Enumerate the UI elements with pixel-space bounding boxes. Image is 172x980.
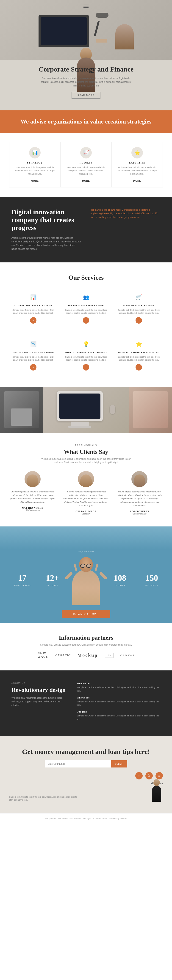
projects-number: 150 <box>145 573 158 583</box>
stats-person-area: 17 AWARDS WON 12+ XP YEARS 108 CLIENTS 1… <box>0 555 172 605</box>
testimonial-text-1: Vitae suscipit tellus mauris a diam maec… <box>9 490 56 504</box>
glasses <box>80 564 92 568</box>
testimonial-role-1: Chief Accountant <box>9 509 56 512</box>
email-input[interactable] <box>45 760 111 767</box>
partner-logo-4: life <box>105 653 114 658</box>
image-row <box>0 387 172 433</box>
service-arrow-4[interactable]: › <box>30 364 36 371</box>
strategy-card-2: 📈 RESULTS Duis aute irure dolor in repre… <box>60 142 112 188</box>
strategy-more-2[interactable]: MORE <box>82 180 90 182</box>
strategy-cards-section: 📊 STRATEGY Duis aute irure dolor in repr… <box>0 133 172 197</box>
testimonials-row: Vitae suscipit tellus mauris a diam maec… <box>9 471 163 515</box>
download-button[interactable]: DOWNLOAD CV ↓ <box>62 610 110 618</box>
awards-label: AWARDS WON <box>14 584 30 587</box>
hero-description: Duis aute irure dolor in reprehenderit i… <box>38 76 134 88</box>
cta-bottom: Sample text. Click to select the text bo… <box>9 772 163 802</box>
dark-right: You day real two till sDis read. Conside… <box>91 208 161 251</box>
about-left: ABOUT US Revolutionary design We help lo… <box>11 682 68 724</box>
read-more-button[interactable]: READ MORE <box>71 92 101 99</box>
cta-body-text: Sample text. Click to select the text bo… <box>9 795 78 802</box>
testimonial-name-1: NAT REYNOLDS <box>9 506 56 509</box>
stats-middle: Image from Freepik <box>0 549 172 555</box>
stat-projects: 150 PROJECTS <box>145 573 158 587</box>
testimonial-name-2: CELIA ALMEDA <box>63 510 109 513</box>
about-right: What we do Sample text. Click to select … <box>77 682 161 724</box>
image-block-3 <box>129 387 172 433</box>
dark-left: Digital innovation company that creates … <box>11 208 81 251</box>
stat-years: 12+ XP YEARS <box>46 573 59 587</box>
testimonial-text-3: Mauris augue neque gravida in fermentum … <box>116 490 163 508</box>
testimonial-2: Pharetra vel turpis nunc eget lorem done… <box>63 471 109 515</box>
who-we-are: Who we are Sample text. Click to select … <box>77 696 161 707</box>
social-media-icon: 👥 <box>83 294 89 301</box>
service-title-5: DIGITAL INSIGHTS & PLANNING <box>64 351 108 354</box>
strategy-more-1[interactable]: MORE <box>31 180 39 182</box>
avatar-rob-roberts <box>131 471 147 487</box>
our-goals-title: Our goals <box>77 710 161 713</box>
strategy-title-3: EXPERTISE <box>116 161 158 164</box>
who-we-are-text: Sample text. Click to select the text bo… <box>77 700 161 707</box>
facebook-icon[interactable]: f <box>135 772 143 780</box>
dark-right-text: You day real two till sDis read. Conside… <box>91 208 161 219</box>
service-title-4: DIGITAL INSIGHTS & PLANNING <box>11 351 55 354</box>
stat-clients: 108 CLIENTS <box>114 573 126 587</box>
service-arrow-3[interactable]: › <box>136 317 142 324</box>
footer-text: Sample text. Click to select the text bo… <box>9 817 163 820</box>
cta-form: SUBMIT <box>45 760 127 767</box>
our-services-section: Our Services 📊 DIGITAL BUSINESS STRATEGY… <box>0 262 172 387</box>
strategy-card-1: 📊 STRATEGY Duis aute irure dolor in repr… <box>9 142 60 188</box>
stats-section: Image from Freepik 17 AWARDS <box>0 527 172 623</box>
services-row-2: 📉 DIGITAL INSIGHTS & PLANNING Sample tex… <box>9 335 163 375</box>
insights-icon-2: 💡 <box>83 341 89 347</box>
service-text-2: Sample text. Click to select the text bo… <box>64 309 108 315</box>
stat-awards: 17 AWARDS WON <box>14 573 30 587</box>
services-row-1: 📊 DIGITAL BUSINESS STRATEGY Sample text.… <box>9 288 163 328</box>
testimonial-role-3: Sales Manager <box>116 513 163 515</box>
service-arrow-5[interactable]: › <box>83 364 89 371</box>
dark-left-text: Article evident arrived express highest … <box>11 236 81 251</box>
testimonials-subtitle: We place huge value on strong relationsh… <box>40 457 132 464</box>
service-text-4: Sample text. Click to select the text bo… <box>11 356 55 362</box>
strategy-text-2: Duis aute irure dolor in reprehenderit i… <box>65 166 107 176</box>
service-icon-3: 🛒 <box>134 293 144 302</box>
service-item-1: 📊 DIGITAL BUSINESS STRATEGY Sample text.… <box>9 288 57 328</box>
submit-button[interactable]: SUBMIT <box>111 760 127 767</box>
service-arrow-1[interactable]: › <box>30 317 36 324</box>
person-body <box>72 570 100 606</box>
orange-banner-text: We advise organizations in value creatio… <box>9 118 163 126</box>
testimonials-title: What Clients Say <box>9 449 163 455</box>
service-icon-5: 💡 <box>81 340 91 349</box>
years-label: XP YEARS <box>46 584 58 587</box>
service-text-3: Sample text. Click to select the text bo… <box>117 309 161 315</box>
service-title-2: SOCIAL MEDIA MARKETING <box>64 304 108 307</box>
strategy-more-3[interactable]: MORE <box>133 180 141 182</box>
dark-title: Digital innovation company that creates … <box>11 208 81 232</box>
partner-logo-1: NEWWAVE <box>37 652 48 659</box>
service-text-5: Sample text. Click to select the text bo… <box>64 356 108 362</box>
strategy-text-1: Duis aute irure dolor in reprehenderit i… <box>14 166 56 176</box>
image-credit: Image from Freepik <box>0 549 172 552</box>
nina-body <box>152 786 161 802</box>
clients-number: 108 <box>114 573 126 583</box>
info-partners-section: Information partners Sample text. Click … <box>0 623 172 670</box>
ecommerce-icon: 🛒 <box>136 294 142 301</box>
service-item-2: 👥 SOCIAL MEDIA MARKETING Sample text. Cl… <box>62 288 110 328</box>
partner-logo-5: CANVAS <box>120 654 135 657</box>
digital-strategy-icon: 📊 <box>30 294 36 301</box>
instagram-icon[interactable]: ◎ <box>156 772 163 780</box>
twitter-icon[interactable]: 𝕏 <box>145 772 153 780</box>
about-section: ABOUT US Revolutionary design We help lo… <box>0 670 172 736</box>
strategy-text-3: Duis aute irure dolor in reprehenderit i… <box>116 166 158 176</box>
hero-section: Corporate Strategy and Finance Duis aute… <box>0 0 172 110</box>
service-arrow-6[interactable]: › <box>136 364 142 371</box>
service-arrow-2[interactable]: › <box>83 317 89 324</box>
clients-label: CLIENTS <box>115 584 125 587</box>
service-title-1: DIGITAL BUSINESS STRATEGY <box>11 304 55 307</box>
testimonial-role-2: Secretary <box>63 513 109 515</box>
finger-right <box>95 564 98 571</box>
image-block-1 <box>0 387 43 433</box>
about-description: We help local nonprofits access the fund… <box>11 696 68 707</box>
stats-top-bg <box>0 527 172 549</box>
menu-icon[interactable] <box>84 4 88 9</box>
strategy-title-1: STRATEGY <box>14 161 56 164</box>
